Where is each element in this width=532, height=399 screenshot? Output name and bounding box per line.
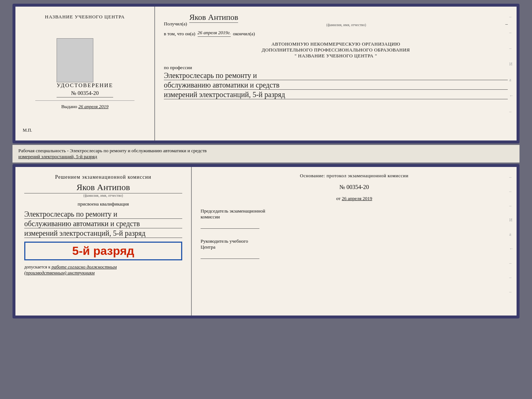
udostoverenie-title: УДОСТОВЕРЕНИЕ: [57, 82, 113, 89]
dopuskaetsya-block: допускается к работе согласно должностны…: [24, 264, 182, 276]
vydano-line: Выдано 26 апреля 2019: [61, 104, 109, 110]
rukovoditel-signature-line: [201, 252, 259, 259]
profession-block: по профессии Электрослесарь по ремонту и…: [164, 65, 508, 99]
recipient-line: Получил(а) Яков Антипов (фамилия, имя, о…: [164, 13, 508, 27]
osnovanie-text: Основание: протокол экзаменационной коми…: [201, 173, 508, 179]
bottom-right-panel: Основание: протокол экзаменационной коми…: [192, 167, 517, 316]
person-name-bottom: Яков Антипов: [24, 182, 182, 193]
predsedatel-block: Председатель экзаменационной комиссии: [201, 208, 508, 229]
document-wrapper: НАЗВАНИЕ УЧЕБНОГО ЦЕНТРА УДОСТОВЕРЕНИЕ №…: [12, 4, 520, 318]
top-left-panel: НАЗВАНИЕ УЧЕБНОГО ЦЕНТРА УДОСТОВЕРЕНИЕ №…: [15, 7, 155, 140]
predsedatel-title: Председатель экзаменационной комиссии: [201, 208, 508, 220]
ot-line: от 26 апреля 2019: [201, 196, 508, 202]
instruktsii: (производственным) инструкциям: [24, 270, 95, 275]
predsedatel-signature-line: [201, 221, 259, 229]
bottom-document: Решением экзаменационной комиссии Яков А…: [12, 164, 520, 318]
fio-label-bottom: (фамилия, имя, отчество): [24, 193, 182, 197]
org-block: АВТОНОМНУЮ НЕКОММЕРЧЕСКУЮ ОРГАНИЗАЦИЮ ДО…: [164, 41, 508, 59]
rukovoditel-block: Руководитель учебного Центра: [201, 238, 508, 259]
razryad-badge: 5-й разряд: [24, 242, 182, 260]
komissia-title: Решением экзаменационной комиссии: [24, 174, 182, 180]
separator-text: Рабочая специальность - Электрослесарь п…: [12, 145, 520, 163]
razryad-badge-text: 5-й разряд: [72, 244, 134, 257]
top-document: НАЗВАНИЕ УЧЕБНОГО ЦЕНТРА УДОСТОВЕРЕНИЕ №…: [12, 4, 520, 143]
side-dashes-top: – – – И а ← –: [509, 14, 514, 114]
person-block-bottom: Яков Антипов (фамилия, имя, отчество): [24, 182, 182, 197]
protocol-number: № 00354-20: [201, 184, 508, 190]
dopuskaetsya-italic: работе согласно должностным: [51, 264, 117, 270]
vtom-line: в том, что он(а) 26 апреля 2019г. окончи…: [164, 30, 508, 37]
recipient-name: Яков Антипов: [189, 13, 238, 23]
top-right-panel: Получил(а) Яков Антипов (фамилия, имя, о…: [155, 7, 517, 140]
udostoverenie-block: УДОСТОВЕРЕНИЕ № 00354-20: [57, 35, 113, 97]
prisvoena-label: присвоена квалификация: [24, 201, 182, 207]
qualification-block: Электрослесарь по ремонту и обслуживанию…: [24, 209, 182, 238]
bottom-left-panel: Решением экзаменационной комиссии Яков А…: [15, 167, 192, 316]
mp-label: М.П.: [23, 128, 32, 133]
udostoverenie-number: № 00354-20: [57, 90, 113, 97]
rukovoditel-title: Руководитель учебного Центра: [201, 238, 508, 250]
photo-placeholder: [57, 38, 93, 82]
vtom-date: 26 апреля 2019г.: [198, 30, 231, 37]
side-dashes-bottom: – – – И а ← – – –: [509, 174, 514, 295]
fio-label-top: (фамилия, имя, отчество): [189, 23, 503, 27]
separator-text2: измерений электростанций, 5-й разряд: [18, 154, 97, 159]
top-center-label: НАЗВАНИЕ УЧЕБНОГО ЦЕНТРА: [45, 14, 125, 20]
poluchil-label: Получил(а): [164, 21, 187, 27]
